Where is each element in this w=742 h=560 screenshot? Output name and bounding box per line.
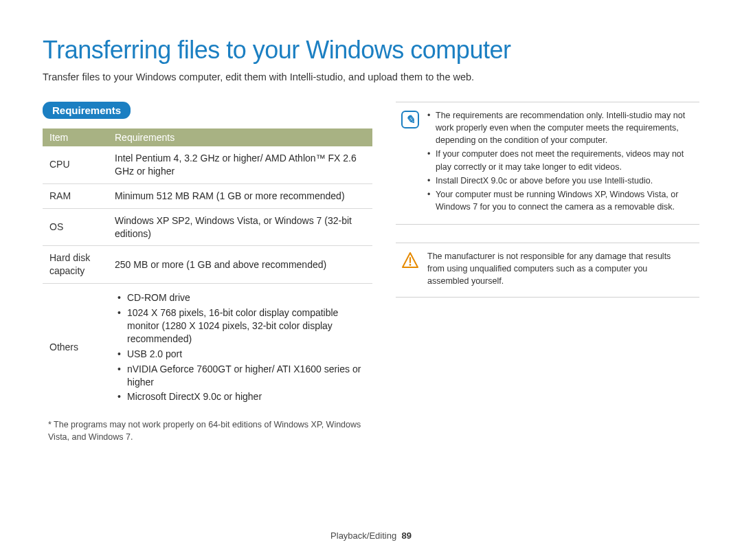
header-item: Item: [43, 128, 108, 146]
svg-point-4: [409, 264, 412, 266]
list-item: The requirements are recommendation only…: [427, 109, 687, 146]
page-content: Transferring files to your Windows compu…: [0, 0, 742, 471]
footer-page-number: 89: [401, 530, 411, 541]
cell-ram-label: RAM: [43, 183, 108, 208]
footer: Playback/Editing 89: [0, 530, 742, 541]
table-row: Others CD-ROM drive 1024 X 768 pixels, 1…: [43, 284, 372, 412]
list-item: Install DirectX 9.0c or above before you…: [427, 175, 687, 187]
others-list: CD-ROM drive 1024 X 768 pixels, 16-bit c…: [115, 291, 366, 403]
requirements-table: Item Requirements CPU Intel Pentium 4, 3…: [43, 128, 372, 411]
table-header-row: Item Requirements: [43, 128, 372, 146]
cell-hdd-label: Hard disk capacity: [43, 246, 108, 284]
cell-cpu-label: CPU: [43, 146, 108, 183]
cell-cpu-value: Intel Pentium 4, 3.2 GHz or higher/ AMD …: [108, 146, 372, 183]
list-item: Your computer must be running Windows XP…: [427, 188, 687, 213]
warning-text: The manufacturer is not responsible for …: [427, 250, 687, 287]
list-item: nVIDIA Geforce 7600GT or higher/ ATI X16…: [117, 363, 366, 389]
right-column: ✎ The requirements are recommendation on…: [396, 102, 699, 298]
table-row: CPU Intel Pentium 4, 3.2 GHz or higher/ …: [43, 146, 372, 183]
warning-note-box: The manufacturer is not responsible for …: [396, 243, 699, 298]
table-row: Hard disk capacity 250 MB or more (1 GB …: [43, 246, 372, 284]
svg-text:✎: ✎: [405, 113, 415, 126]
table-row: OS Windows XP SP2, Windows Vista, or Win…: [43, 208, 372, 246]
intro-text: Transfer files to your Windows computer,…: [43, 71, 699, 82]
header-requirements: Requirements: [108, 128, 372, 146]
table-row: RAM Minimum 512 MB RAM (1 GB or more rec…: [43, 183, 372, 208]
cell-os-label: OS: [43, 208, 108, 246]
info-note-list: The requirements are recommendation only…: [427, 109, 687, 214]
list-item: CD-ROM drive: [117, 291, 366, 304]
page-title: Transferring files to your Windows compu…: [43, 36, 699, 65]
list-item: Microsoft DirectX 9.0c or higher: [117, 390, 366, 403]
info-note-box: ✎ The requirements are recommendation on…: [396, 102, 699, 225]
cell-ram-value: Minimum 512 MB RAM (1 GB or more recomme…: [108, 183, 372, 208]
list-item: USB 2.0 port: [117, 348, 366, 361]
list-item: If your computer does not meet the requi…: [427, 148, 687, 172]
cell-hdd-value: 250 MB or more (1 GB and above recommend…: [108, 246, 372, 284]
cell-others-label: Others: [43, 284, 108, 412]
left-column: Requirements Item Requirements CPU Intel…: [43, 102, 372, 443]
footnote: * The programs may not work properly on …: [43, 419, 372, 443]
requirements-heading: Requirements: [43, 102, 131, 119]
warning-icon: [401, 251, 419, 269]
list-item: 1024 X 768 pixels, 16-bit color display …: [117, 306, 366, 346]
footer-section: Playback/Editing: [330, 530, 396, 541]
info-icon: ✎: [401, 111, 419, 128]
two-column-layout: Requirements Item Requirements CPU Intel…: [43, 102, 699, 443]
cell-os-value: Windows XP SP2, Windows Vista, or Window…: [108, 208, 372, 246]
cell-others-value: CD-ROM drive 1024 X 768 pixels, 16-bit c…: [108, 284, 372, 412]
